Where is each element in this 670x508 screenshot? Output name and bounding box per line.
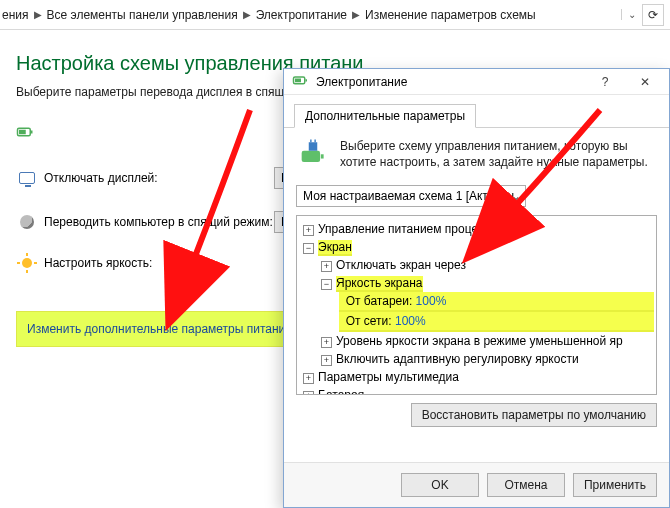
- svg-rect-7: [321, 154, 324, 158]
- expand-icon[interactable]: [303, 225, 314, 236]
- breadcrumb-item[interactable]: ения: [2, 8, 29, 22]
- cancel-button[interactable]: Отмена: [487, 473, 565, 497]
- power-scheme-select[interactable]: Моя настраиваемая схема 1 [Активен ⌄: [296, 185, 526, 207]
- breadcrumb-item[interactable]: Изменение параметров схемы: [365, 8, 536, 22]
- advanced-power-settings-link[interactable]: Изменить дополнительные параметры питани…: [16, 311, 303, 347]
- expand-icon[interactable]: [303, 391, 314, 395]
- tree-node-multimedia[interactable]: Параметры мультимедиа: [303, 368, 654, 386]
- tree-label: Яркость экрана: [336, 276, 423, 292]
- expand-icon[interactable]: [303, 373, 314, 384]
- svg-rect-5: [295, 79, 301, 83]
- restore-defaults-button[interactable]: Восстановить параметры по умолчанию: [411, 403, 657, 427]
- tab-advanced-settings[interactable]: Дополнительные параметры: [294, 104, 476, 128]
- chevron-right-icon: ▶: [34, 9, 42, 20]
- dialog-footer: OK Отмена Применить: [284, 462, 669, 507]
- expand-icon[interactable]: [321, 355, 332, 366]
- tree-node-brightness[interactable]: Яркость экрана От батареи: 100% От сети:…: [321, 274, 654, 332]
- expand-icon[interactable]: [321, 261, 332, 272]
- battery-header-icon: [16, 123, 34, 144]
- svg-rect-4: [306, 79, 308, 81]
- tree-leaf-value[interactable]: 100%: [395, 314, 426, 328]
- address-bar: ения ▶ Все элементы панели управления ▶ …: [0, 0, 670, 30]
- tree-label: Параметры мультимедиа: [318, 370, 459, 384]
- intro-section: Выберите схему управления питанием, кото…: [296, 138, 657, 175]
- tree-node-battery[interactable]: Батарея: [303, 386, 654, 395]
- tabstrip: Дополнительные параметры: [284, 95, 669, 128]
- settings-tree[interactable]: Управление питанием процессора Экран Отк…: [296, 215, 657, 395]
- tree-label: Экран: [318, 240, 352, 256]
- close-button[interactable]: ✕: [625, 71, 665, 93]
- close-icon: ✕: [640, 75, 650, 89]
- svg-rect-2: [19, 130, 26, 135]
- svg-rect-1: [31, 131, 33, 134]
- history-dropdown-icon[interactable]: ⌄: [621, 9, 636, 20]
- label-display-off: Отключать дисплей:: [44, 171, 274, 185]
- tree-node-screen-off[interactable]: Отключать экран через: [321, 256, 654, 274]
- tree-leaf-label: От батареи:: [346, 294, 413, 308]
- help-icon: ?: [602, 75, 609, 89]
- power-options-dialog: Электропитание ? ✕ Дополнительные параме…: [283, 68, 670, 508]
- label-sleep: Переводить компьютер в спящий режим:: [44, 215, 274, 229]
- power-plan-icon: [296, 138, 330, 175]
- tree-label: Уровень яркости экрана в режиме уменьшен…: [336, 334, 623, 348]
- tree-node-cpu[interactable]: Управление питанием процессора: [303, 220, 654, 238]
- chevron-down-icon: ⌄: [511, 189, 521, 203]
- dialog-titlebar[interactable]: Электропитание ? ✕: [284, 69, 669, 95]
- monitor-icon: [16, 172, 38, 184]
- breadcrumb-item[interactable]: Все элементы панели управления: [47, 8, 238, 22]
- collapse-icon[interactable]: [321, 279, 332, 290]
- tree-leaf-label: От сети:: [346, 314, 392, 328]
- refresh-icon: ⟳: [648, 8, 658, 22]
- tree-label: Батарея: [318, 388, 364, 395]
- ok-button[interactable]: OK: [401, 473, 479, 497]
- intro-text: Выберите схему управления питанием, кото…: [340, 138, 657, 170]
- tree-node-dim-brightness[interactable]: Уровень яркости экрана в режиме уменьшен…: [321, 332, 654, 350]
- chevron-right-icon: ▶: [352, 9, 360, 20]
- tree-label: Отключать экран через: [336, 258, 466, 272]
- refresh-button[interactable]: ⟳: [642, 4, 664, 26]
- tree-node-adaptive-brightness[interactable]: Включить адаптивную регулировку яркости: [321, 350, 654, 368]
- breadcrumb-item[interactable]: Электропитание: [256, 8, 347, 22]
- moon-icon: [16, 215, 38, 229]
- label-brightness: Настроить яркость:: [44, 256, 274, 270]
- collapse-icon[interactable]: [303, 243, 314, 254]
- tree-leaf-value[interactable]: 100%: [416, 294, 447, 308]
- tree-label: Управление питанием процессора: [318, 222, 510, 236]
- breadcrumb[interactable]: ения ▶ Все элементы панели управления ▶ …: [0, 8, 619, 22]
- tree-leaf-battery-brightness[interactable]: От батареи: 100%: [339, 292, 654, 312]
- help-button[interactable]: ?: [585, 71, 625, 93]
- svg-rect-6: [302, 151, 320, 162]
- sun-icon: [16, 255, 38, 271]
- chevron-right-icon: ▶: [243, 9, 251, 20]
- tree-leaf-plugged-brightness[interactable]: От сети: 100%: [339, 312, 654, 332]
- dialog-title: Электропитание: [316, 75, 585, 89]
- power-scheme-value: Моя настраиваемая схема 1 [Активен: [303, 189, 514, 203]
- battery-plug-icon: [292, 71, 310, 92]
- apply-button[interactable]: Применить: [573, 473, 657, 497]
- tree-node-screen[interactable]: Экран Отключать экран через Яркость экра…: [303, 238, 654, 368]
- expand-icon[interactable]: [321, 337, 332, 348]
- tree-label: Включить адаптивную регулировку яркости: [336, 352, 579, 366]
